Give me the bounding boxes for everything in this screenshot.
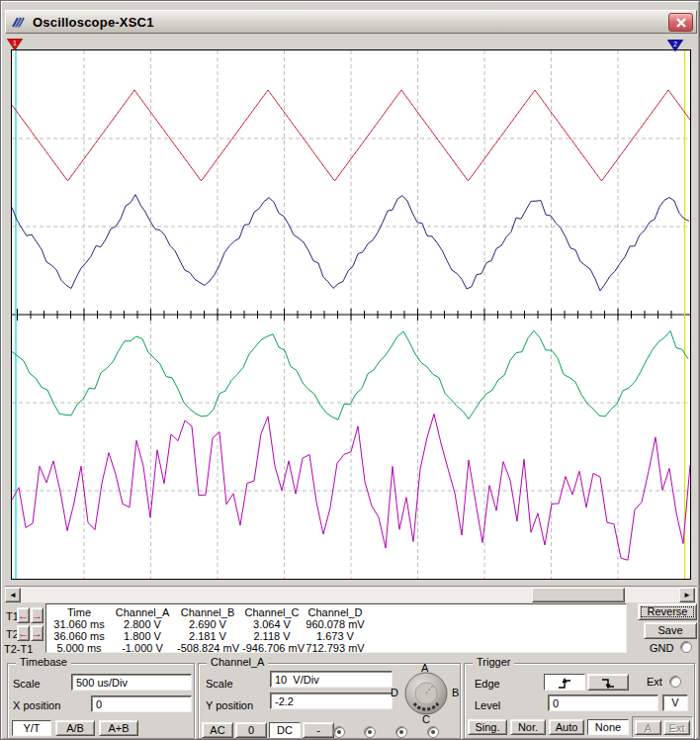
t1-right-button[interactable]: → xyxy=(31,607,44,623)
t2-time: 36.060 ms xyxy=(50,630,108,642)
timebase-scale-label: Scale xyxy=(13,678,41,690)
trigger-nor-button[interactable]: Nor. xyxy=(510,719,546,735)
t1-left-button[interactable]: ← xyxy=(17,607,30,623)
cursor-2-handle[interactable]: 2 xyxy=(667,40,683,51)
scrollbar-thumb[interactable] xyxy=(532,588,625,602)
t1-right-arrow-icon: → xyxy=(32,609,43,621)
t2-right-arrow-icon: → xyxy=(32,627,43,639)
trigger-none-button[interactable]: None xyxy=(587,719,629,735)
trigger-ext-label: Ext xyxy=(647,676,662,688)
scope-graph xyxy=(12,50,690,579)
scroll-left-icon: ◄ xyxy=(9,591,17,600)
dial-label-d: D xyxy=(391,687,398,698)
trigger-title: Trigger xyxy=(473,656,514,668)
dc-coupling-button[interactable]: DC xyxy=(269,722,301,738)
close-button[interactable] xyxy=(668,13,693,32)
timebase-scale-input[interactable] xyxy=(71,674,192,691)
t1-left-arrow-icon: ← xyxy=(18,609,29,621)
trigger-group: Trigger Edge Ext Level V Sing. Nor. Auto… xyxy=(464,663,695,739)
ab-mode-button[interactable]: A/B xyxy=(55,720,95,736)
trigger-level-input[interactable] xyxy=(548,694,658,711)
app-icon xyxy=(11,15,28,30)
svg-text:2: 2 xyxy=(673,41,677,47)
trigger-ext-button: Ext xyxy=(663,720,690,735)
t1-channel-d: 960.078 mV xyxy=(296,618,375,630)
gnd-radio[interactable] xyxy=(680,641,692,653)
measurement-table: Time Channel_A Channel_B Channel_C Chann… xyxy=(45,603,627,653)
reverse-button[interactable]: Reverse xyxy=(638,603,697,620)
gnd-label: GND xyxy=(650,642,673,654)
title-bar[interactable]: Oscilloscope-XSC1 xyxy=(5,10,697,34)
timebase-title: Timebase xyxy=(16,656,71,668)
channel-a-ypos-label: Y position xyxy=(206,699,253,711)
col-header-channel-c: Channel_C xyxy=(242,606,302,618)
dt-channel-b: -508.824 mV xyxy=(177,642,238,654)
t1-channel-c: 3.064 V xyxy=(242,618,302,630)
channel-a-group: Channel_A Scale Y position AC 0 DC - A D… xyxy=(198,663,461,739)
trigger-sing-button[interactable]: Sing. xyxy=(468,719,507,735)
cursor-1-handle[interactable]: 1 xyxy=(7,39,23,50)
channel-select-radio-2[interactable] xyxy=(364,726,376,738)
channel-a-title: Channel_A xyxy=(207,656,268,668)
scroll-right-button[interactable]: ► xyxy=(679,588,695,602)
timebase-xpos-label: X position xyxy=(13,699,60,711)
timebase-xpos-input[interactable] xyxy=(91,695,192,712)
scope-display xyxy=(11,49,691,580)
channel-dial[interactable] xyxy=(402,672,450,717)
channel-select-radio-4[interactable] xyxy=(427,726,439,738)
scroll-left-button[interactable]: ◄ xyxy=(5,588,21,602)
t2-channel-b: 2.181 V xyxy=(177,630,238,642)
trigger-auto-button[interactable]: Auto xyxy=(549,719,584,735)
trigger-a-button: A xyxy=(635,720,661,735)
channel-a-ypos-input[interactable] xyxy=(270,693,393,709)
close-icon xyxy=(675,18,687,28)
channel-a-scale-label: Scale xyxy=(206,678,233,690)
timebase-group: Timebase Scale X position Y/T A/B A+B xyxy=(7,663,195,739)
falling-edge-icon xyxy=(600,677,616,690)
dial-label-b: B xyxy=(452,687,459,698)
channel-select-radio-1[interactable] xyxy=(333,726,345,738)
col-header-channel-a: Channel_A xyxy=(112,606,173,618)
waveform-channel-b xyxy=(12,195,689,291)
dt-channel-c: -946.706 mV xyxy=(242,642,302,654)
waveform-channel-c xyxy=(12,330,688,419)
t1-channel-b: 2.690 V xyxy=(177,618,238,630)
t2-right-button[interactable]: → xyxy=(31,625,44,641)
trigger-level-label: Level xyxy=(475,699,500,711)
falling-edge-button[interactable] xyxy=(587,674,629,691)
oscilloscope-window: Oscilloscope-XSC1 1 2 ◄ ► T1 ← → T2 ← → … xyxy=(0,0,700,740)
zero-coupling-button[interactable]: 0 xyxy=(235,722,267,738)
channel-select-radio-3[interactable] xyxy=(395,726,407,738)
scroll-right-icon: ► xyxy=(683,591,691,600)
yt-mode-button[interactable]: Y/T xyxy=(12,720,51,736)
trigger-edge-label: Edge xyxy=(475,678,500,690)
col-header-time: Time xyxy=(50,606,108,618)
t2-left-button[interactable]: ← xyxy=(17,625,30,641)
trigger-level-unit: V xyxy=(662,694,688,711)
col-header-channel-b: Channel_B xyxy=(177,606,238,618)
scope-scrollbar[interactable]: ◄ ► xyxy=(5,586,697,602)
channel-a-scale-input[interactable] xyxy=(270,671,393,688)
rising-edge-button[interactable] xyxy=(544,674,585,691)
t2-left-arrow-icon: ← xyxy=(18,627,29,639)
dt-channel-d: 712.793 mV xyxy=(296,642,375,654)
col-header-channel-d: Channel_D xyxy=(296,606,375,618)
t2-channel-c: 2.118 V xyxy=(242,630,302,642)
a-plus-b-mode-button[interactable]: A+B xyxy=(99,720,138,736)
rising-edge-icon xyxy=(557,677,572,690)
save-button[interactable]: Save xyxy=(644,622,697,639)
t2-channel-d: 1.673 V xyxy=(296,630,375,642)
t2-channel-a: 1.800 V xyxy=(112,630,173,642)
t2-t1-label: T2-T1 xyxy=(4,643,33,655)
trigger-ext-radio[interactable] xyxy=(669,676,681,688)
minus-coupling-button[interactable]: - xyxy=(303,722,334,738)
t1-time: 31.060 ms xyxy=(50,618,108,630)
dt-time: 5.000 ms xyxy=(50,642,108,654)
t1-channel-a: 2.800 V xyxy=(112,618,173,630)
dt-channel-a: -1.000 V xyxy=(112,642,173,654)
svg-text:1: 1 xyxy=(13,40,17,46)
window-title: Oscilloscope-XSC1 xyxy=(33,15,154,30)
ac-coupling-button[interactable]: AC xyxy=(202,722,233,738)
